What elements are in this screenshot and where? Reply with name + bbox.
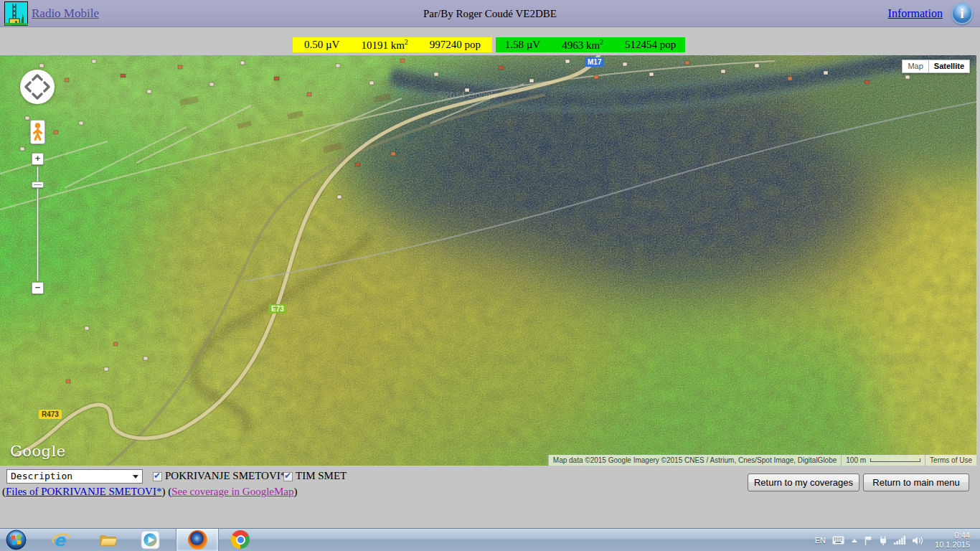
checkbox-pokrivanje-smetovi[interactable]: [153, 472, 162, 481]
pegman-icon: [32, 122, 43, 142]
return-to-coverages-button[interactable]: Return to my coverages: [748, 474, 859, 491]
pan-right-icon: [44, 83, 49, 91]
legend-signal: 1.58 µV: [505, 39, 540, 51]
taskbar-clock[interactable]: 0:44 10.1.2015: [935, 531, 970, 550]
clock-time: 0:44: [935, 531, 970, 540]
description-select[interactable]: Description: [6, 469, 143, 484]
checkbox-label: TIM SMET: [296, 470, 347, 482]
pan-control[interactable]: [20, 70, 55, 104]
zoom-slider-handle[interactable]: [32, 182, 44, 188]
volume-icon[interactable]: [913, 536, 924, 545]
legend-population: 997240 pop: [430, 39, 481, 51]
street-view-pegman[interactable]: [30, 120, 45, 144]
map-type-satellite-button[interactable]: Satellite: [928, 60, 970, 73]
firefox-icon: [188, 530, 207, 550]
keyboard-icon[interactable]: [832, 536, 844, 545]
pan-left-icon: [26, 83, 30, 91]
road-badge-m17: M17: [585, 57, 604, 67]
internet-explorer-icon[interactable]: e: [52, 530, 71, 550]
app-header: Radio Mobile Par/By Roger Coudé VE2DBE I…: [0, 0, 980, 27]
pan-up-icon: [33, 75, 42, 80]
googlemap-coverage-link[interactable]: See coverage in GoogleMap: [171, 486, 293, 497]
map-type-controls: Map Satellite: [902, 60, 970, 73]
media-player-icon[interactable]: [141, 530, 160, 550]
map-canvas[interactable]: + − Map Satellite M17 E73 R473 ©2014 Goo…: [0, 55, 976, 466]
legend-population: 512454 pop: [625, 39, 676, 51]
windows-explorer-icon[interactable]: [98, 530, 118, 550]
files-link[interactable]: Files of POKRIVANJE SMETOVI*: [6, 486, 161, 497]
show-hidden-icons-arrow[interactable]: [851, 538, 858, 543]
info-icon[interactable]: i: [951, 3, 973, 24]
action-center-flag-icon[interactable]: [864, 536, 872, 545]
scale-bracket-icon: [870, 458, 920, 462]
map-type-map-button[interactable]: Map: [902, 60, 928, 73]
return-to-main-menu-button[interactable]: Return to main menu: [863, 474, 969, 491]
chevron-down-icon: [133, 475, 138, 479]
satellite-imagery: [0, 55, 976, 466]
terms-of-use-link[interactable]: Terms of Use: [925, 455, 976, 466]
windows-taskbar: e EN: [0, 528, 980, 551]
map-attribution-text: Map data ©2015 Google Imagery ©2015 CNES…: [548, 455, 842, 466]
power-plug-icon[interactable]: [879, 536, 887, 545]
clock-date: 10.1.2015: [935, 540, 970, 550]
network-signal-icon[interactable]: [894, 536, 906, 545]
language-indicator[interactable]: EN: [815, 536, 826, 545]
road-badge-e73: E73: [268, 304, 287, 314]
legend-signal: 0.50 µV: [304, 39, 339, 51]
google-logo[interactable]: Google: [10, 443, 66, 460]
firefox-taskbar-button[interactable]: [176, 529, 219, 551]
zoom-out-button[interactable]: −: [32, 282, 44, 294]
page-title: Par/By Roger Coudé VE2DBE: [0, 8, 980, 20]
legend-area: 4963 km2: [562, 38, 603, 52]
checkbox-tim-smet[interactable]: [283, 472, 293, 481]
map-attribution-bar: Map data ©2015 Google Imagery ©2015 CNES…: [548, 455, 976, 466]
google-watermark: ©2014 Google: [438, 90, 498, 100]
links-row: (Files of POKRIVANJE SMETOVI*) (See cove…: [2, 486, 298, 498]
checkbox-label: POKRIVANJE SMETOVI*: [165, 470, 286, 482]
map-scale: 100 m: [841, 455, 925, 466]
start-button[interactable]: [6, 529, 27, 550]
coverage-legend-yellow: 0.50 µV 10191 km2 997240 pop: [293, 37, 492, 52]
coverage-legend-green: 1.58 µV 4963 km2 512454 pop: [496, 37, 685, 52]
system-tray: EN: [815, 529, 970, 551]
legend-area: 10191 km2: [361, 38, 407, 52]
information-link[interactable]: Information: [888, 7, 943, 20]
road-badge-r473: R473: [39, 410, 62, 419]
chrome-icon[interactable]: [231, 530, 250, 550]
pan-down-icon: [33, 94, 42, 98]
zoom-in-button[interactable]: +: [32, 153, 44, 165]
control-panel: Description POKRIVANJE SMETOVI* TIM SMET…: [0, 466, 980, 528]
